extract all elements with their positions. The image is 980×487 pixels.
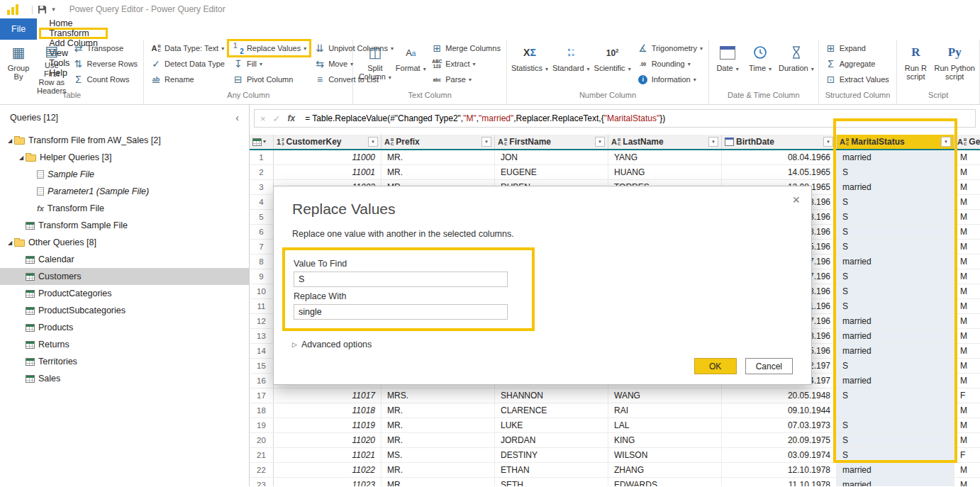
cell-MaritalStatus[interactable]: S [837, 433, 954, 447]
cell-Gender[interactable]: F [954, 388, 980, 403]
cell-Gender[interactable]: M [954, 225, 980, 239]
cell-BirthDate[interactable]: 03.09.1974 [722, 448, 837, 462]
cell-CustomerKey[interactable]: 11018 [274, 403, 382, 418]
cell-FirstName[interactable]: JON [495, 150, 608, 164]
cell-Gender[interactable]: M [954, 210, 980, 224]
query-item-returns[interactable]: Returns [0, 336, 249, 353]
row-number[interactable]: 13 [250, 329, 274, 343]
cell-Gender[interactable]: M [954, 463, 980, 477]
cell-BirthDate[interactable]: 14.05.1965 [722, 165, 837, 179]
cell-CustomerKey[interactable]: 11023 [274, 478, 382, 486]
rounding-button[interactable]: .00Rounding▾ [633, 56, 706, 72]
cell-FirstName[interactable]: SHANNON [495, 388, 608, 403]
table-corner-button[interactable]: ▾ [250, 135, 274, 149]
use-first-row-as-headers-button[interactable]: ▤Use First Row as Headers [35, 40, 69, 87]
row-number[interactable]: 16 [250, 374, 274, 388]
duration-button[interactable]: Duration▾ [776, 40, 816, 87]
cell-MaritalStatus[interactable]: S [837, 359, 954, 373]
row-number[interactable]: 9 [250, 269, 274, 284]
row-number[interactable]: 14 [250, 344, 274, 358]
query-item-productsubcategories[interactable]: ProductSubcategories [0, 302, 249, 319]
cell-Prefix[interactable]: MR. [382, 150, 495, 164]
row-number[interactable]: 18 [250, 403, 274, 418]
cell-MaritalStatus[interactable]: S [837, 299, 954, 313]
row-number[interactable]: 4 [250, 195, 274, 209]
value-to-find-input[interactable] [294, 272, 508, 287]
cell-FirstName[interactable]: ETHAN [495, 463, 608, 477]
cell-LastName[interactable]: RAI [608, 403, 722, 418]
date-button[interactable]: Date▾ [711, 40, 744, 87]
cell-CustomerKey[interactable]: 11001 [274, 165, 382, 179]
row-number[interactable]: 3 [250, 180, 274, 194]
query-item-other-queries-8[interactable]: ◢Other Queries [8] [0, 234, 249, 251]
cell-LastName[interactable]: ZHANG [608, 463, 722, 477]
row-number[interactable]: 15 [250, 359, 274, 373]
column-header-MaritalStatus[interactable]: ABCMaritalStatus▼ [837, 135, 954, 149]
cell-MaritalStatus[interactable]: married [837, 254, 954, 269]
cell-Gender[interactable]: M [954, 433, 980, 447]
filter-button[interactable]: ▼ [708, 137, 718, 147]
fill-button[interactable]: ↧Fill▾ [228, 56, 310, 72]
cell-Prefix[interactable]: MR. [382, 418, 495, 432]
column-header-BirthDate[interactable]: BirthDate▼ [722, 135, 837, 149]
cell-Prefix[interactable]: MR. [382, 478, 495, 486]
filter-button[interactable]: ▼ [823, 137, 833, 147]
standard-button[interactable]: + −× ÷Standard▾ [550, 40, 592, 87]
cell-Prefix[interactable]: MRS. [382, 388, 495, 403]
cell-MaritalStatus[interactable]: married [837, 344, 954, 358]
accept-formula-icon[interactable]: ✓ [273, 113, 281, 124]
cell-MaritalStatus[interactable]: S [837, 195, 954, 209]
cell-MaritalStatus[interactable] [837, 403, 954, 418]
cell-FirstName[interactable]: LUKE [495, 418, 608, 432]
quick-access-caret-icon[interactable]: ▾ [52, 6, 55, 13]
split-column-button[interactable]: ◫Split Column▾ [355, 40, 394, 87]
replace-values-button[interactable]: 12Replace Values▾ [228, 40, 310, 56]
filter-button[interactable]: ▼ [368, 137, 378, 147]
information-button[interactable]: iInformation▾ [633, 72, 706, 87]
cell-Gender[interactable]: M [954, 374, 980, 388]
transpose-button[interactable]: ⇄Transpose [69, 40, 142, 56]
cell-Gender[interactable]: M [954, 240, 980, 254]
parse-button[interactable]: abcParse▾ [427, 72, 504, 87]
cell-Gender[interactable]: M [954, 478, 980, 486]
query-item-transform-file-from-aw-sales-2[interactable]: ◢Transform File from AW_Sales [2] [0, 132, 249, 149]
row-number[interactable]: 7 [250, 240, 274, 254]
cell-MaritalStatus[interactable]: married [837, 180, 954, 194]
cell-Prefix[interactable]: MR. [382, 463, 495, 477]
cell-MaritalStatus[interactable]: S [837, 448, 954, 462]
row-number[interactable]: 11 [250, 299, 274, 313]
column-header-LastName[interactable]: ABCLastName▼ [608, 135, 722, 149]
expand-button[interactable]: ⊞Expand [821, 40, 893, 56]
row-number[interactable]: 21 [250, 448, 274, 462]
cell-MaritalStatus[interactable]: S [837, 240, 954, 254]
cell-FirstName[interactable]: DESTINY [495, 448, 608, 462]
cell-Gender[interactable]: M [954, 329, 980, 343]
cell-FirstName[interactable]: EUGENE [495, 165, 608, 179]
group-by-button[interactable]: ▦Group By [2, 40, 35, 87]
data-type-text-button[interactable]: ABCData Type: Text▾ [146, 40, 228, 56]
cell-CustomerKey[interactable]: 11017 [274, 388, 382, 403]
cell-Gender[interactable]: M [954, 150, 980, 164]
extract-values-button[interactable]: ⊡Extract Values [821, 72, 893, 87]
query-item-transform-sample-file[interactable]: Transform Sample File [0, 217, 249, 234]
statistics-button[interactable]: XΣStatistics▾ [509, 40, 550, 87]
pivot-column-button[interactable]: ⊟Pivot Column [228, 72, 310, 87]
column-header-Gender[interactable]: ABCGender▼ [954, 135, 980, 149]
rename-button[interactable]: abRename [146, 72, 228, 87]
cell-BirthDate[interactable]: 12.10.1978 [722, 463, 837, 477]
cell-Gender[interactable]: M [954, 165, 980, 179]
cell-MaritalStatus[interactable]: married [837, 374, 954, 388]
row-number[interactable]: 1 [250, 150, 274, 164]
formula-input[interactable]: = Table.ReplaceValue(#"Changed Type2","M… [305, 113, 975, 123]
merge-columns-button[interactable]: ⊞Merge Columns [427, 40, 504, 56]
tab-home[interactable]: Home [40, 18, 107, 28]
query-item-products[interactable]: Products [0, 319, 249, 336]
replace-with-input[interactable] [294, 304, 508, 320]
cell-MaritalStatus[interactable]: S [837, 388, 954, 403]
cell-BirthDate[interactable]: 11.10.1978 [722, 478, 837, 486]
expander-icon[interactable]: ◢ [17, 155, 26, 161]
query-item-productcategories[interactable]: ProductCategories [0, 285, 249, 302]
run-python-script-button[interactable]: PyRun Python script [932, 40, 977, 87]
cell-BirthDate[interactable]: 20.09.1975 [722, 433, 837, 447]
row-number[interactable]: 5 [250, 210, 274, 224]
